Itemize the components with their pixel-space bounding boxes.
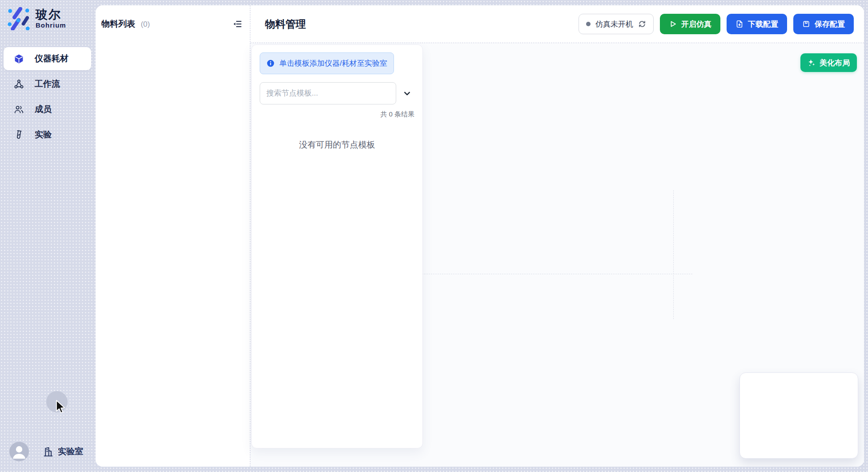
refresh-icon[interactable] [638,20,646,28]
node-templates-panel: 单击模板添加仪器/耗材至实验室 共 0 条结果 没有可用的节点模板 [251,44,423,448]
list-collapse-icon [232,24,243,31]
expand-templates-button[interactable] [402,88,413,99]
file-download-icon [735,20,743,28]
sidebar: 玻尔 Bohrium 仪器耗材 [0,0,96,472]
building-icon [43,446,54,457]
info-banner: 单击模板添加仪器/耗材至实验室 [260,52,394,74]
beautify-layout-button[interactable]: 美化布局 [800,53,857,72]
search-input[interactable] [260,82,396,104]
test-tube-icon [14,130,24,140]
main-header: 物料管理 仿真未开机 [250,5,864,43]
status-dot-icon [586,22,591,26]
page-title: 物料管理 [265,17,306,31]
main-card: 物料列表 (0) 物料管理 仿真未开机 [96,5,864,467]
brand-name: 玻尔 [36,8,66,22]
sidebar-item-label: 仪器耗材 [35,53,68,64]
lab-label: 实验室 [58,446,83,457]
result-count: 共 0 条结果 [260,110,414,119]
save-config-button[interactable]: 保存配置 [793,14,854,34]
sparkles-icon [808,59,816,67]
lab-switcher[interactable]: 实验室 [43,446,83,457]
start-simulation-button[interactable]: 开启仿真 [660,14,720,34]
material-list-count: (0) [141,20,150,28]
save-icon [802,20,810,28]
brand-logo[interactable]: 玻尔 Bohrium [7,7,66,30]
brand-subname: Bohrium [36,21,66,29]
material-list-title: 物料列表 [101,19,135,28]
cube-icon [14,54,24,64]
sidebar-item-workflow[interactable]: 工作流 [4,72,91,96]
sim-status-label: 仿真未开机 [595,19,633,29]
download-config-button[interactable]: 下载配置 [727,14,787,34]
main-area: 物料管理 仿真未开机 [250,5,864,467]
canvas-guide-horizontal [422,274,692,274]
minimap[interactable] [739,372,858,459]
header-actions: 仿真未开机 [579,14,854,34]
sidebar-item-label: 实验 [35,129,52,140]
collapse-panel-button[interactable] [231,18,244,30]
workflow-icon [14,79,24,89]
sidebar-item-instruments[interactable]: 仪器耗材 [4,47,91,70]
info-icon [266,59,275,68]
sidebar-item-experiments[interactable]: 实验 [4,123,91,146]
bohrium-logo-icon [7,7,30,30]
sidebar-item-label: 工作流 [35,78,60,90]
material-list-panel: 物料列表 (0) [96,5,250,467]
sidebar-item-members[interactable]: 成员 [4,98,91,121]
chevron-down-icon [402,93,412,100]
sidebar-item-label: 成员 [35,104,52,115]
flow-canvas[interactable]: 单击模板添加仪器/耗材至实验室 共 0 条结果 没有可用的节点模板 [250,43,864,467]
user-avatar[interactable] [9,442,29,461]
users-icon [14,104,24,115]
empty-state-text: 没有可用的节点模板 [260,139,414,151]
canvas-guide-vertical [673,190,674,319]
mouse-cursor [55,400,67,416]
sim-status-pill[interactable]: 仿真未开机 [579,14,654,34]
info-banner-text: 单击模板添加仪器/耗材至实验室 [279,58,387,68]
sidebar-nav: 仪器耗材 工作流 成员 [4,47,91,148]
play-icon [669,20,677,28]
